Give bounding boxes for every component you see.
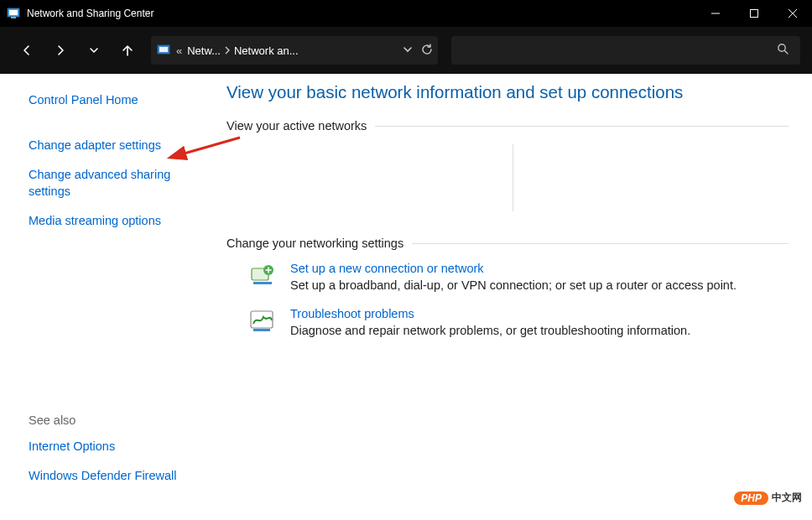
back-button[interactable] <box>12 35 42 65</box>
main-panel: View your basic network information and … <box>216 74 812 520</box>
breadcrumb-seg1[interactable]: Netw... <box>187 44 221 57</box>
breadcrumb-seg2[interactable]: Network an... <box>234 44 299 57</box>
control-panel-icon <box>156 43 171 58</box>
navbar: « Netw... Network an... <box>0 27 812 74</box>
watermark: PHP 中文网 <box>734 491 802 505</box>
setup-connection-icon <box>248 262 277 290</box>
maximize-button[interactable] <box>735 0 773 27</box>
breadcrumb[interactable]: Netw... Network an... <box>187 44 398 57</box>
troubleshoot-link[interactable]: Troubleshoot problems <box>290 307 789 320</box>
svg-line-10 <box>784 50 788 54</box>
troubleshoot-icon <box>248 307 277 335</box>
window-title: Network and Sharing Center <box>27 8 154 19</box>
watermark-php: PHP <box>734 491 768 505</box>
setup-connection-link[interactable]: Set up a new connection or network <box>290 262 789 275</box>
active-networks-section-head: View your active networks <box>226 119 789 133</box>
svg-rect-4 <box>751 10 758 18</box>
close-button[interactable] <box>773 0 812 27</box>
titlebar: Network and Sharing Center <box>0 0 812 27</box>
minimize-button[interactable] <box>696 0 735 27</box>
chevron-right-icon <box>224 46 231 55</box>
sidebar-defender-firewall[interactable]: Windows Defender Firewall <box>29 468 216 485</box>
sidebar-change-advanced-sharing[interactable]: Change advanced sharing settings <box>29 167 180 200</box>
setup-connection-row: Set up a new connection or network Set u… <box>248 262 789 292</box>
svg-rect-15 <box>253 329 270 331</box>
troubleshoot-desc: Diagnose and repair network problems, or… <box>290 324 789 337</box>
app-icon <box>7 7 20 20</box>
see-also-label: See also <box>29 413 216 427</box>
page-heading: View your basic network information and … <box>226 82 789 102</box>
troubleshoot-row: Troubleshoot problems Diagnose and repai… <box>248 307 789 337</box>
address-bar[interactable]: « Netw... Network an... <box>151 36 438 65</box>
sidebar-media-streaming[interactable]: Media streaming options <box>29 213 216 230</box>
recent-locations-button[interactable] <box>79 35 109 65</box>
up-button[interactable] <box>112 35 143 65</box>
setup-connection-desc: Set up a broadband, dial-up, or VPN conn… <box>290 278 789 292</box>
address-dropdown-button[interactable] <box>403 44 413 57</box>
sidebar: Control Panel Home Change adapter settin… <box>0 74 216 520</box>
breadcrumb-prefix-icon: « <box>176 44 182 57</box>
sidebar-internet-options[interactable]: Internet Options <box>29 439 216 455</box>
svg-rect-8 <box>159 47 168 52</box>
forward-button[interactable] <box>45 35 75 65</box>
svg-rect-2 <box>11 17 16 18</box>
search-icon <box>777 43 789 58</box>
search-input[interactable] <box>451 36 800 65</box>
sidebar-control-panel-home[interactable]: Control Panel Home <box>29 92 216 109</box>
svg-rect-13 <box>253 282 272 284</box>
change-settings-section-head: Change your networking settings <box>226 237 789 250</box>
refresh-button[interactable] <box>421 44 433 58</box>
sidebar-change-adapter-settings[interactable]: Change adapter settings <box>29 138 216 154</box>
watermark-cn: 中文网 <box>772 491 802 505</box>
active-networks-empty <box>232 144 513 211</box>
svg-rect-1 <box>9 10 18 15</box>
